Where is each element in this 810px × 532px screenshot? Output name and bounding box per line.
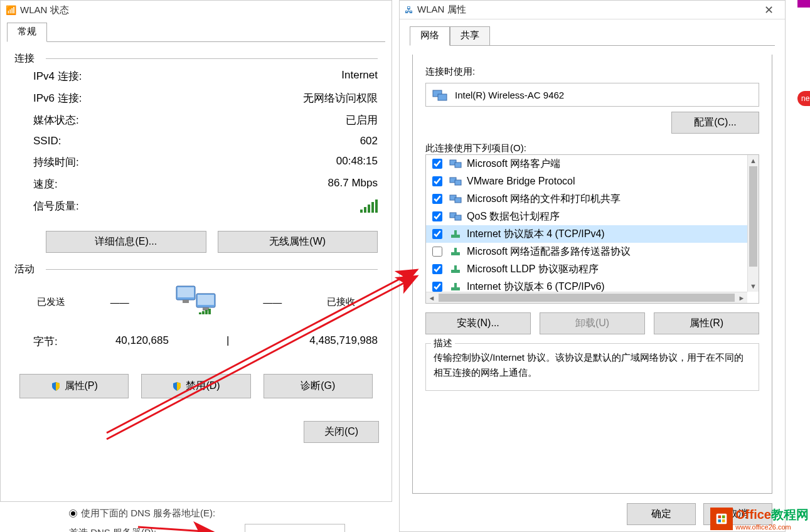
svg-rect-11: [438, 94, 447, 100]
uninstall-button[interactable]: 卸载(U): [540, 312, 645, 334]
svg-rect-31: [717, 513, 727, 524]
svg-rect-21: [454, 230, 457, 235]
wireless-props-button[interactable]: 无线属性(W): [218, 231, 378, 253]
client-icon: [449, 211, 462, 222]
list-item[interactable]: Microsoft 网络适配器多路传送器协议: [426, 243, 747, 260]
tab-network[interactable]: 网络: [410, 26, 450, 46]
svg-rect-7: [202, 311, 205, 314]
item-checkbox[interactable]: [432, 282, 442, 292]
properties-button[interactable]: 属性(P): [19, 374, 129, 398]
protocol-icon: [449, 228, 462, 240]
close-button[interactable]: 关闭(C): [304, 421, 379, 443]
activity-section-label: 活动: [14, 263, 35, 276]
ipv6-label: IPv6 连接:: [33, 91, 82, 105]
scroll-thumb[interactable]: [749, 166, 757, 267]
svg-rect-9: [208, 309, 211, 314]
horizontal-scrollbar[interactable]: ◄ ►: [426, 292, 747, 303]
watermark-url: www.office26.com: [735, 523, 809, 531]
diagnose-button[interactable]: 诊断(G): [264, 374, 373, 398]
configure-button[interactable]: 配置(C)...: [671, 112, 759, 134]
disable-button[interactable]: 禁用(D): [141, 374, 250, 398]
wifi-icon: 📶: [6, 5, 16, 15]
scroll-down-arrow[interactable]: ▼: [748, 280, 759, 292]
signal-bars-icon: [360, 199, 378, 216]
item-checkbox[interactable]: [432, 247, 442, 257]
list-item[interactable]: Microsoft LLDP 协议驱动程序: [426, 260, 747, 278]
use-dns-radio-label: 使用下面的 DNS 服务器地址(E):: [81, 508, 215, 519]
install-button[interactable]: 安装(N)...: [425, 312, 531, 334]
pref-dns-label: 首选 DNS 服务器(P):: [69, 527, 215, 532]
item-label: QoS 数据包计划程序: [467, 210, 560, 223]
network-card-icon: [432, 88, 447, 101]
shield-icon: [51, 381, 61, 391]
scroll-up-arrow[interactable]: ▲: [748, 155, 759, 166]
watermark-text-2: 教程网: [771, 508, 809, 521]
protocol-icon: [449, 263, 462, 275]
item-label: Internet 协议版本 4 (TCP/IPv4): [467, 228, 605, 241]
item-checkbox[interactable]: [432, 211, 442, 221]
ipv6-value: 无网络访问权限: [303, 91, 378, 105]
list-item[interactable]: Internet 协议版本 6 (TCP/IPv6): [426, 278, 747, 292]
watermark-logo: Office教程网 www.office26.com: [710, 506, 809, 531]
props-title: WLAN 属性: [417, 4, 466, 16]
list-item[interactable]: Microsoft 网络的文件和打印机共享: [426, 190, 747, 208]
pink-block: [797, 0, 810, 8]
item-checkbox[interactable]: [432, 194, 442, 204]
item-checkbox[interactable]: [432, 159, 442, 169]
description-text: 传输控制协议/Internet 协议。该协议是默认的广域网络协议，用于在不同的相…: [434, 350, 751, 380]
client-icon: [449, 158, 462, 169]
description-legend: 描述: [431, 338, 455, 349]
scroll-right-arrow[interactable]: ►: [736, 292, 747, 303]
svg-rect-22: [451, 252, 460, 255]
item-checkbox[interactable]: [432, 264, 442, 274]
watermark-text-1: Office: [735, 508, 771, 521]
item-properties-button[interactable]: 属性(R): [654, 312, 759, 334]
media-label: 媒体状态:: [33, 113, 79, 127]
sent-label: 已发送: [37, 296, 65, 308]
list-item[interactable]: Microsoft 网络客户端: [426, 155, 747, 173]
adapter-field: Intel(R) Wireless-AC 9462: [425, 83, 759, 107]
vertical-scrollbar[interactable]: ▲ ▼: [747, 155, 759, 292]
bytes-label: 字节:: [33, 334, 58, 349]
svg-rect-8: [205, 310, 208, 314]
item-checkbox[interactable]: [432, 229, 442, 239]
client-icon: [449, 193, 462, 205]
item-label: Microsoft LLDP 协议驱动程序: [467, 263, 599, 276]
watermark-icon: [710, 508, 733, 530]
list-item[interactable]: Internet 协议版本 4 (TCP/IPv4): [426, 225, 747, 243]
recv-bytes: 4,485,719,988: [309, 334, 378, 349]
props-titlebar: 🖧 WLAN 属性 ✕: [400, 1, 785, 19]
close-icon[interactable]: ✕: [758, 3, 780, 17]
item-label: VMware Bridge Protocol: [467, 176, 575, 187]
svg-rect-27: [454, 283, 457, 287]
uses-items-label: 此连接使用下列项目(O):: [425, 142, 759, 154]
item-label: Microsoft 网络的文件和打印机共享: [467, 193, 621, 206]
svg-rect-34: [718, 519, 722, 522]
list-item[interactable]: VMware Bridge Protocol: [426, 173, 747, 190]
svg-rect-20: [451, 235, 460, 238]
ssid-value: 602: [360, 135, 378, 147]
tab-share[interactable]: 共享: [450, 26, 490, 46]
activity-dash-right: ——: [263, 297, 282, 307]
svg-rect-6: [199, 312, 201, 314]
item-checkbox[interactable]: [432, 176, 442, 186]
duration-value: 00:48:15: [336, 155, 378, 169]
ok-button[interactable]: 确定: [627, 503, 696, 525]
use-dns-radio[interactable]: 使用下面的 DNS 服务器地址(E):: [69, 508, 215, 519]
ipv4-label: IPv4 连接:: [33, 69, 82, 83]
scroll-left-arrow[interactable]: ◄: [426, 292, 437, 303]
svg-rect-26: [451, 287, 460, 290]
components-list[interactable]: Microsoft 网络客户端VMware Bridge ProtocolMic…: [425, 154, 759, 304]
wlan-props-window: 🖧 WLAN 属性 ✕ 网络 共享 连接时使用: Intel(R) Wirele…: [399, 0, 786, 532]
hscroll-thumb[interactable]: [439, 294, 735, 302]
monitors-icon: [174, 282, 218, 322]
bytes-sep: |: [226, 334, 252, 349]
tab-general[interactable]: 常规: [7, 23, 47, 42]
speed-label: 速度:: [33, 177, 58, 191]
details-button[interactable]: 详细信息(E)...: [46, 231, 206, 253]
dns-ip-input[interactable]: [245, 524, 345, 532]
props-tabs: 网络 共享: [410, 26, 775, 46]
ssid-label: SSID:: [33, 135, 61, 147]
list-item[interactable]: QoS 数据包计划程序: [426, 208, 747, 225]
protocol-icon: [449, 246, 462, 257]
